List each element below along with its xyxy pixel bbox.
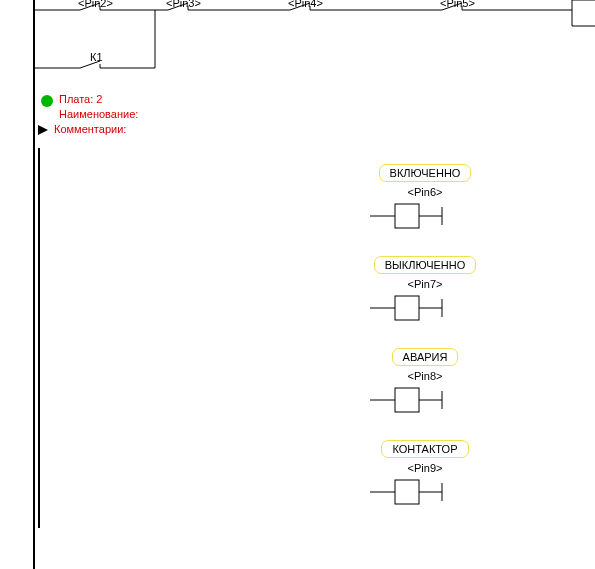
pin-name: <Pin9>	[350, 462, 500, 474]
pin-name: <Pin7>	[350, 278, 500, 290]
pin-title: ВЫКЛЮЧЕННО	[374, 256, 477, 274]
pin-name: <Pin8>	[350, 370, 500, 382]
output-symbol	[350, 201, 500, 231]
pin-name: <Pin6>	[350, 186, 500, 198]
top-contact-label: <Pin3>	[166, 0, 201, 9]
board-name-label: Наименование:	[59, 107, 138, 122]
arrow-right-icon	[38, 125, 48, 135]
output-pins: ВКЛЮЧЕННО <Pin6> ВЫКЛЮЧЕННО <Pin7>	[350, 164, 500, 532]
status-dot-icon	[41, 95, 53, 107]
top-contact-label: <Pin2>	[78, 0, 113, 9]
pin-group: ВЫКЛЮЧЕННО <Pin7>	[350, 256, 500, 348]
board-number: Плата: 2	[59, 92, 102, 107]
svg-rect-34	[395, 480, 419, 504]
sheet2-left-border	[38, 148, 40, 528]
pin-group: КОНТАКТОР <Pin9>	[350, 440, 500, 532]
output-symbol	[350, 293, 500, 323]
board-comment-label: Комментарии:	[54, 122, 126, 137]
pin-group: АВАРИЯ <Pin8>	[350, 348, 500, 440]
pin-title: АВАРИЯ	[392, 348, 459, 366]
top-contact-label: <Pin5>	[440, 0, 475, 9]
pin-group: ВКЛЮЧЕННО <Pin6>	[350, 164, 500, 256]
board-info-block: Плата: 2 Наименование: Комментарии:	[41, 92, 138, 137]
svg-rect-26	[395, 296, 419, 320]
diagram-canvas: <Pin2> <Pin3> <Pin4> <Pin5> К1 Плата: 2 …	[0, 0, 595, 569]
contact-k1-label: К1	[90, 51, 103, 63]
svg-rect-22	[395, 204, 419, 228]
pin-title: ВКЛЮЧЕННО	[379, 164, 472, 182]
pin-title: КОНТАКТОР	[381, 440, 468, 458]
output-symbol	[350, 385, 500, 415]
top-contact-label: <Pin4>	[288, 0, 323, 9]
output-symbol	[350, 477, 500, 507]
ladder-rung-top	[0, 0, 595, 90]
svg-rect-30	[395, 388, 419, 412]
